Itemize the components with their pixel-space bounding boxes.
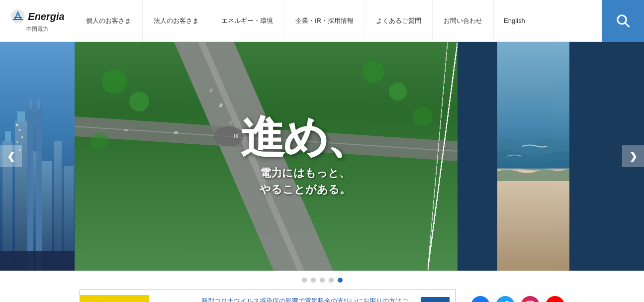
svg-line-2 [625,23,629,27]
twitter-button[interactable] [496,296,515,302]
svg-point-29 [129,92,149,111]
facebook-button[interactable]: f [471,296,490,302]
svg-rect-15 [37,99,40,109]
instagram-button[interactable] [521,296,540,302]
search-button[interactable] [602,0,644,42]
youtube-button[interactable] [546,296,564,302]
hero-slider: 進め、 電力にはもっと、やることがある。 [0,42,644,271]
svg-rect-14 [29,99,32,109]
nav-item-faq[interactable]: よくあるご質問 [365,0,433,41]
slide-panel-ocean [497,42,569,271]
energia-logo-icon [10,8,26,24]
main-nav: 個人のお客さま 法人のお客さま エネルギー・環境 企業・IR・採用情報 よくある… [75,0,602,41]
logo-sub: 中国電力 [26,25,48,33]
nav-item-personal[interactable]: 個人のお客さま [75,0,143,41]
svg-rect-16 [0,251,75,271]
dot-3[interactable] [320,278,325,283]
svg-rect-38 [174,131,178,134]
ocean-svg [497,42,569,271]
news-wrapper: 重要なお知らせ 2020.04.24 新型コロナウイルス感染症の影響で電気料金の… [80,290,456,302]
svg-point-27 [214,126,244,146]
svg-rect-7 [17,111,25,121]
news-link[interactable]: 新型コロナウイルス感染症の影響で電気料金の支払いにお困りの方はご相談ください。(… [197,296,415,302]
slide-sub-text: 電力にはもっと、やることがある。 [240,165,369,198]
bottom-section: 重要なお知らせ 2020.04.24 新型コロナウイルス感染症の影響で電気料金の… [0,290,644,302]
svg-rect-20 [16,141,18,143]
dot-5[interactable] [338,278,343,283]
svg-point-31 [362,61,384,83]
logo-area[interactable]: Energia 中国電力 [0,8,75,33]
slide-text-area: 進め、 電力にはもっと、やることがある。 [240,115,369,198]
nav-item-energy[interactable]: エネルギー・環境 [210,0,284,41]
slider-prev-button[interactable]: ❮ [0,145,22,167]
svg-rect-40 [236,134,238,138]
nav-item-english[interactable]: English [494,0,535,41]
svg-rect-18 [19,129,20,131]
svg-point-1 [618,15,627,24]
svg-rect-12 [27,106,33,271]
diagonal-line-2 [428,42,448,271]
svg-point-28 [102,69,127,94]
news-list-button[interactable]: 一覧 [421,297,450,302]
slide-panel-main: 進め、 電力にはもっと、やることがある。 [75,42,458,271]
svg-rect-6 [15,121,27,271]
dot-2[interactable] [311,278,316,283]
nav-item-corporate[interactable]: 法人のお客さま [143,0,210,41]
svg-point-30 [91,132,108,150]
news-bar: 重要なお知らせ 2020.04.24 新型コロナウイルス感染症の影響で電気料金の… [80,290,456,302]
slider-dots [0,271,644,290]
nav-item-ir[interactable]: 企業・IR・採用情報 [284,0,365,41]
slider-next-button[interactable]: ❯ [622,145,644,167]
social-icons: f [456,296,564,302]
svg-rect-5 [5,131,11,141]
svg-rect-39 [234,134,235,138]
svg-point-32 [389,83,407,101]
logo-text-energia: Energia [28,11,64,22]
slide-main-text: 進め、 [240,115,369,160]
svg-rect-37 [124,129,128,131]
svg-rect-17 [16,124,18,126]
logo[interactable]: Energia [10,8,64,24]
search-icon [616,13,631,28]
dot-1[interactable] [302,278,307,283]
dot-4[interactable] [329,278,334,283]
header: Energia 中国電力 個人のお客さま 法人のお客さま エネルギー・環境 企業… [0,0,644,42]
svg-rect-19 [21,136,23,138]
svg-rect-13 [36,106,42,271]
news-label: 重要なお知らせ [80,295,149,302]
nav-item-contact[interactable]: お問い合わせ [433,0,494,41]
